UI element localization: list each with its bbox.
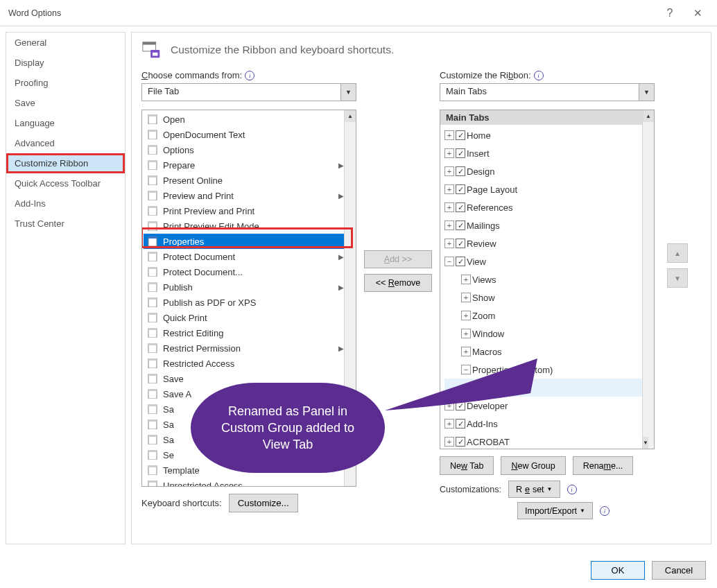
expand-icon[interactable]: + bbox=[444, 166, 454, 176]
svg-rect-51 bbox=[148, 465, 157, 467]
tree-group[interactable]: + Window bbox=[444, 325, 642, 343]
expand-icon[interactable]: + bbox=[444, 202, 454, 212]
expand-icon[interactable]: + bbox=[461, 311, 471, 320]
expand-icon[interactable]: + bbox=[461, 329, 471, 338]
command-item[interactable]: Restrict Editing bbox=[144, 325, 344, 340]
sidebar-item-customize-ribbon[interactable]: Customize Ribbon bbox=[6, 153, 125, 173]
chevron-down-icon[interactable]: ▼ bbox=[340, 84, 356, 101]
svg-rect-39 bbox=[148, 374, 157, 376]
checkbox[interactable]: ✓ bbox=[456, 220, 465, 230]
chevron-down-icon[interactable]: ▼ bbox=[639, 84, 654, 101]
expand-icon[interactable]: + bbox=[444, 148, 454, 158]
command-item[interactable]: OpenDocument Text bbox=[144, 127, 344, 142]
command-item[interactable]: Restricted Access bbox=[144, 356, 344, 371]
info-icon[interactable]: i bbox=[567, 485, 577, 494]
tree-group[interactable]: + Views bbox=[444, 270, 642, 288]
command-item[interactable]: Restrict Permission▶ bbox=[144, 340, 344, 356]
expand-icon[interactable]: + bbox=[444, 184, 454, 194]
checkbox[interactable]: ✓ bbox=[456, 202, 465, 212]
command-item[interactable]: Print Preview and Print bbox=[144, 203, 344, 218]
info-icon[interactable]: i bbox=[245, 71, 254, 80]
tree-tab[interactable]: + ✓ Review bbox=[444, 234, 642, 252]
sidebar-item-quick-access-toolbar[interactable]: Quick Access Toolbar bbox=[6, 173, 125, 193]
remove-button[interactable]: << Remove bbox=[364, 274, 432, 292]
close-button[interactable]: ✕ bbox=[684, 0, 711, 26]
tree-tab[interactable]: + ✓ Mailings bbox=[444, 216, 642, 234]
new-tab-button[interactable]: New Tab bbox=[440, 456, 494, 475]
titlebar: Word Options ? ✕ bbox=[0, 0, 717, 26]
command-icon bbox=[146, 282, 159, 292]
reset-button[interactable]: Reset ▼ bbox=[508, 481, 560, 498]
svg-rect-37 bbox=[148, 358, 157, 361]
command-icon bbox=[146, 114, 159, 124]
checkbox[interactable]: ✓ bbox=[456, 239, 465, 248]
command-item[interactable]: Prepare▶ bbox=[144, 157, 344, 173]
sidebar-item-proofing[interactable]: Proofing bbox=[6, 73, 125, 93]
move-up-button[interactable]: ▲ bbox=[667, 243, 688, 263]
new-group-button[interactable]: New Group bbox=[501, 456, 565, 475]
customize-ribbon-combo[interactable]: Main Tabs▼ bbox=[440, 83, 655, 101]
command-item[interactable]: Protect Document▶ bbox=[144, 249, 344, 264]
selection-highlight bbox=[141, 227, 353, 248]
tree-header: Main Tabs bbox=[440, 110, 654, 125]
annotation-callout: Renamed as Panel in Custom Group added t… bbox=[191, 383, 385, 473]
add-button[interactable]: Add >> bbox=[364, 250, 432, 268]
tree-tab[interactable]: + ✓ References bbox=[444, 198, 642, 216]
info-icon[interactable]: i bbox=[600, 506, 610, 516]
checkbox[interactable]: ✓ bbox=[456, 184, 465, 194]
command-item[interactable]: Options bbox=[144, 142, 344, 157]
sidebar-item-trust-center[interactable]: Trust Center bbox=[6, 214, 125, 234]
sidebar-item-general[interactable]: General bbox=[6, 33, 125, 53]
sidebar-item-display[interactable]: Display bbox=[6, 53, 125, 73]
checkbox[interactable]: ✓ bbox=[456, 437, 465, 447]
command-item[interactable]: Quick Print bbox=[144, 310, 344, 325]
checkbox[interactable]: ✓ bbox=[456, 130, 465, 140]
expand-icon[interactable]: + bbox=[461, 293, 471, 302]
command-icon bbox=[146, 465, 159, 475]
choose-commands-combo[interactable]: File Tab▼ bbox=[141, 83, 356, 101]
tree-tab[interactable]: + ✓ Page Layout bbox=[444, 180, 642, 198]
info-icon[interactable]: i bbox=[534, 71, 544, 80]
ok-button[interactable]: OK bbox=[591, 561, 645, 580]
expand-icon[interactable]: + bbox=[461, 275, 471, 284]
command-icon bbox=[146, 481, 159, 487]
expand-icon[interactable]: + bbox=[444, 437, 454, 447]
rename-button[interactable]: Rename... bbox=[573, 456, 634, 475]
command-item[interactable]: Open bbox=[144, 112, 344, 127]
svg-rect-1 bbox=[143, 42, 156, 45]
move-down-button[interactable]: ▼ bbox=[667, 268, 688, 288]
cancel-button[interactable]: Cancel bbox=[652, 561, 706, 580]
expand-icon[interactable]: + bbox=[444, 130, 454, 140]
tree-tab[interactable]: + ✓ Design bbox=[444, 162, 642, 180]
command-item[interactable]: Protect Document... bbox=[144, 264, 344, 279]
expand-icon[interactable]: − bbox=[444, 257, 454, 266]
checkbox[interactable]: ✓ bbox=[456, 148, 465, 158]
command-item[interactable]: Publish▶ bbox=[144, 279, 344, 295]
sidebar-item-save[interactable]: Save bbox=[6, 93, 125, 113]
sidebar-item-language[interactable]: Language bbox=[6, 113, 125, 133]
svg-rect-29 bbox=[148, 297, 157, 300]
command-icon bbox=[146, 175, 159, 185]
tree-tab[interactable]: − ✓ View bbox=[444, 252, 642, 270]
svg-rect-9 bbox=[148, 145, 157, 147]
command-icon bbox=[146, 267, 159, 277]
command-item[interactable]: Unrestricted Access bbox=[144, 478, 344, 487]
customize-button[interactable]: Customize... bbox=[229, 494, 298, 512]
checkbox[interactable]: ✓ bbox=[456, 166, 465, 176]
tree-group[interactable]: + Zoom bbox=[444, 306, 642, 325]
tree-tab[interactable]: + ✓ Insert bbox=[444, 144, 642, 162]
sidebar-item-advanced[interactable]: Advanced bbox=[6, 133, 125, 153]
expand-icon[interactable]: + bbox=[444, 220, 454, 230]
command-item[interactable]: Present Online bbox=[144, 173, 344, 188]
tree-group[interactable]: + Show bbox=[444, 288, 642, 306]
svg-rect-43 bbox=[148, 404, 157, 406]
scrollbar[interactable]: ▲▼ bbox=[642, 110, 654, 449]
import-export-button[interactable]: Import/Export ▼ bbox=[517, 502, 593, 519]
expand-icon[interactable]: + bbox=[444, 239, 454, 248]
sidebar-item-add-ins[interactable]: Add-Ins bbox=[6, 193, 125, 214]
command-item[interactable]: Publish as PDF or XPS bbox=[144, 295, 344, 310]
help-button[interactable]: ? bbox=[656, 0, 684, 26]
tree-tab[interactable]: + ✓ Home bbox=[444, 126, 642, 144]
checkbox[interactable]: ✓ bbox=[456, 257, 465, 266]
command-item[interactable]: Preview and Print▶ bbox=[144, 188, 344, 203]
